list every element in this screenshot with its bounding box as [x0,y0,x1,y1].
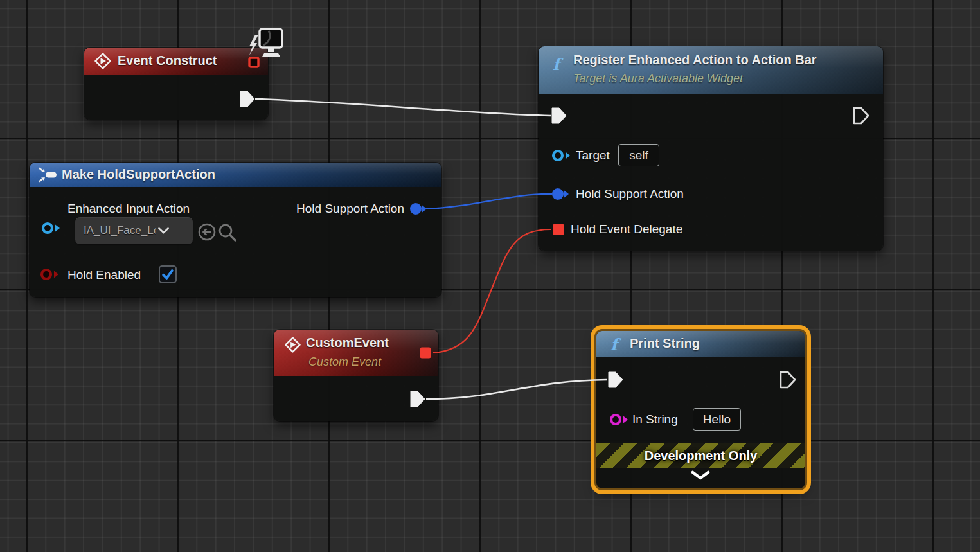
node-custom-event[interactable]: CustomEvent Custom Event [274,330,438,421]
editor-monitor-badge-icon [246,27,285,60]
blueprint-graph-canvas[interactable]: Event Construct f Register Enhanced Acti… [0,0,980,552]
hold-enabled-bool-pin[interactable] [40,267,59,281]
development-only-label: Development Only [645,449,758,463]
wire-delegate-customevent-to-register[interactable] [433,229,551,353]
node-title: CustomEvent [306,335,389,350]
node-register-enhanced-action[interactable]: f Register Enhanced Action to Action Bar… [539,46,883,251]
hold-event-delegate-input-pin[interactable] [552,223,565,236]
node-print-string[interactable]: f Print String In String Hello Developme… [596,331,805,488]
hold-support-action-input-pin[interactable] [551,187,571,201]
hold-enabled-checkbox[interactable] [159,265,177,283]
node-event-construct[interactable]: Event Construct [84,48,268,120]
dropdown-selected-value: IA_UI_Face_Left [84,224,156,237]
expand-advanced-chevron-icon[interactable] [691,470,710,481]
print-string-header[interactable]: f Print String [596,331,805,357]
exec-input-pin[interactable] [607,369,625,390]
exec-input-pin[interactable] [550,105,568,126]
hold-support-action-output-label: Hold Support Action [296,201,404,217]
checkmark-icon [161,267,175,281]
node-make-holdsupportaction[interactable]: Make HoldSupportAction Enhanced Input Ac… [30,163,441,297]
enhanced-input-action-pin-label: Enhanced Input Action [67,201,190,217]
target-self-value: self [618,144,659,166]
hold-support-action-pin-label: Hold Support Action [576,186,684,202]
function-icon: f [610,337,618,353]
register-header[interactable]: f Register Enhanced Action to Action Bar… [539,46,883,94]
in-string-value-field[interactable]: Hello [693,408,741,431]
event-icon [285,337,301,353]
node-subtitle: Target is Aura Activatable Widget [573,72,743,85]
exec-output-pin[interactable] [852,105,870,126]
use-selected-asset-icon[interactable] [197,222,217,242]
hold-support-action-output-pin[interactable] [409,202,429,216]
hold-enabled-pin-label: Hold Enabled [67,267,141,283]
node-title: Register Enhanced Action to Action Bar [573,53,817,67]
exec-output-pin[interactable] [238,89,256,109]
custom-event-header[interactable]: CustomEvent Custom Event [274,330,438,376]
delegate-output-pin[interactable] [419,346,432,359]
wire-exec-customevent-to-printstring[interactable] [426,380,607,399]
node-title: Event Construct [118,53,217,68]
make-struct-icon [39,166,58,183]
exec-output-pin[interactable] [779,369,797,390]
wire-struct-holdsupportaction[interactable] [426,194,552,209]
target-object-pin[interactable] [551,148,571,163]
development-only-banner: Development Only [596,443,805,468]
node-title: Make HoldSupportAction [62,167,215,182]
target-pin-label: Target [576,148,610,163]
chevron-down-icon [158,227,169,234]
hold-event-delegate-pin-label: Hold Event Delegate [571,222,682,237]
function-icon: f [553,57,560,73]
exec-output-pin[interactable] [409,389,427,409]
in-string-pin-label: In String [632,412,678,427]
enhanced-input-action-object-pin[interactable] [41,221,60,235]
event-construct-header[interactable]: Event Construct [84,48,268,75]
event-icon [94,53,111,69]
node-title: Print String [630,336,700,351]
enhanced-input-action-dropdown[interactable]: IA_UI_Face_Left [75,217,193,244]
in-string-pin[interactable] [609,413,628,427]
node-subtitle: Custom Event [308,355,381,369]
make-struct-header[interactable]: Make HoldSupportAction [30,163,441,187]
wire-exec-construct-to-register[interactable] [255,99,551,116]
search-icon[interactable] [217,222,238,243]
